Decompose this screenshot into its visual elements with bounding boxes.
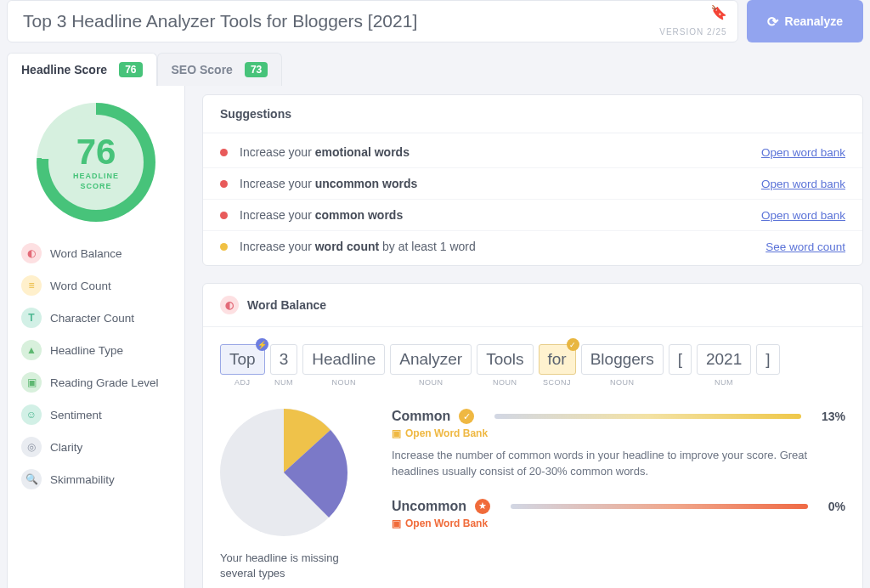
reanalyze-button[interactable]: Reanalyze: [747, 0, 863, 42]
suggestion-row: Increase your common words Open word ban…: [203, 200, 862, 231]
common-bar: [494, 414, 801, 419]
category-common: Common ✓ 13% ▣Open Word Bank Increase th…: [392, 409, 845, 480]
uncommon-pct: 0%: [828, 500, 845, 513]
open-word-bank-link[interactable]: Open word bank: [761, 146, 845, 159]
token: Bloggers: [581, 344, 664, 375]
token: Headline: [302, 344, 385, 375]
token: Tools: [477, 344, 533, 375]
pie-icon: ◐: [21, 243, 42, 263]
common-desc: Increase the number of common words in y…: [392, 448, 845, 480]
tab-label: Headline Score: [21, 63, 107, 76]
headline-card: Top 3 Headline Analyzer Tools for Blogge…: [7, 0, 738, 42]
tab-seo-score[interactable]: SEO Score 73: [157, 53, 283, 86]
metric-skimmability[interactable]: 🔍Skimmability: [18, 463, 174, 495]
see-word-count-link[interactable]: See word count: [765, 240, 845, 253]
score-number: 76: [76, 134, 116, 170]
t-icon: T: [21, 308, 42, 328]
token: [: [669, 344, 692, 375]
version-label: VERSION 2/25: [659, 27, 726, 37]
token: ]: [756, 344, 779, 375]
open-word-bank-link[interactable]: ▣Open Word Bank: [392, 427, 845, 439]
book-icon: ▣: [21, 372, 42, 393]
tab-headline-score[interactable]: Headline Score 76: [7, 53, 157, 86]
metric-word-count[interactable]: ≡Word Count: [18, 269, 174, 302]
category-uncommon: Uncommon ★ 0% ▣Open Word Bank: [392, 499, 845, 529]
score-label-bottom: SCORE: [80, 182, 111, 190]
metric-clarity[interactable]: ◎Clarity: [18, 431, 174, 463]
token: 2021: [697, 344, 751, 375]
common-pct: 13%: [822, 410, 845, 423]
metric-word-balance[interactable]: ◐Word Balance: [18, 237, 174, 269]
suggestion-row: Increase your emotional words Open word …: [203, 137, 862, 168]
book-icon: ▣: [392, 427, 401, 439]
lines-icon: ≡: [21, 275, 42, 296]
book-icon: ▣: [392, 517, 401, 529]
tab-badge: 73: [245, 62, 268, 77]
metric-sentiment[interactable]: ☺Sentiment: [18, 399, 174, 431]
suggestion-row: Increase your uncommon words Open word b…: [203, 168, 862, 200]
bookmark-icon[interactable]: 🔖: [710, 4, 727, 20]
uncommon-bar: [511, 504, 808, 509]
open-word-bank-link[interactable]: ▣Open Word Bank: [392, 517, 845, 529]
word-balance-title: Word Balance: [247, 298, 326, 312]
dot-icon: [220, 212, 228, 219]
metric-reading-grade[interactable]: ▣Reading Grade Level: [18, 366, 174, 399]
refresh-icon: [767, 14, 778, 30]
token: 3: [270, 344, 298, 375]
metric-character-count[interactable]: TCharacter Count: [18, 302, 174, 334]
pie-icon: ◐: [220, 296, 239, 314]
tabs: Headline Score 76 SEO Score 73: [7, 53, 863, 86]
tab-badge: 76: [119, 62, 142, 77]
pie-caption: Your headline is missing several types: [220, 551, 373, 581]
star-icon: ★: [475, 499, 490, 514]
score-label-top: HEADLINE: [73, 172, 119, 180]
headline-title: Top 3 Headline Analyzer Tools for Blogge…: [23, 11, 722, 31]
open-word-bank-link[interactable]: Open word bank: [761, 178, 845, 190]
word-balance-pie-chart: [220, 409, 347, 536]
check-icon: ✓: [459, 409, 474, 424]
dot-icon: [220, 243, 228, 251]
search-icon: 🔍: [21, 469, 42, 489]
suggestions-title: Suggestions: [203, 95, 862, 133]
token: Analyzer: [390, 344, 472, 375]
suggestion-row: Increase your word count by at least 1 w…: [203, 231, 862, 262]
suggestions-panel: Suggestions Increase your emotional word…: [202, 94, 863, 266]
dot-icon: [220, 149, 228, 156]
tab-label: SEO Score: [172, 63, 233, 76]
reanalyze-label: Reanalyze: [785, 14, 843, 28]
token-row: ⚡TopADJ 3NUM HeadlineNOUN AnalyzerNOUN T…: [203, 327, 862, 392]
metric-headline-type[interactable]: ▲Headline Type: [18, 334, 174, 366]
left-column: 76 HEADLINE SCORE ◐Word Balance ≡Word Co…: [7, 86, 185, 588]
target-icon: ◎: [21, 437, 42, 457]
dot-icon: [220, 180, 228, 188]
score-gauge: 76 HEADLINE SCORE: [37, 103, 155, 222]
open-word-bank-link[interactable]: Open word bank: [761, 209, 845, 222]
common-badge-icon: ✓: [567, 338, 579, 351]
word-balance-panel: ◐ Word Balance ⚡TopADJ 3NUM HeadlineNOUN…: [202, 283, 863, 588]
smile-icon: ☺: [21, 404, 42, 425]
shapes-icon: ▲: [21, 340, 42, 360]
power-badge-icon: ⚡: [256, 338, 268, 351]
